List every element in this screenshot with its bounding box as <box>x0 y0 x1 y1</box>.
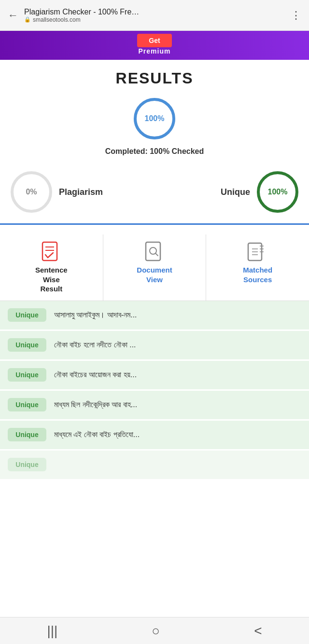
nav-home-button[interactable]: ○ <box>137 619 174 643</box>
plagiarism-percent: 0% <box>26 188 37 196</box>
results-section: RESULTS 100% Completed: 100% Checked <box>0 60 309 170</box>
result-badge: Unique <box>8 368 46 382</box>
document-compare-icon <box>247 241 268 265</box>
svg-rect-6 <box>42 242 57 260</box>
lock-icon: 🔒 <box>24 16 31 23</box>
svg-line-11 <box>155 253 158 256</box>
browser-title: Plagiarism Checker - 100% Fre… <box>24 8 285 16</box>
tab-document-view-label: DocumentView <box>137 265 172 284</box>
browser-bar: ← Plagiarism Checker - 100% Fre… 🔒 small… <box>0 0 309 31</box>
nav-back-button[interactable]: < <box>239 619 276 643</box>
tab-matched-sources-label: MatchedSources <box>243 265 272 284</box>
stats-row: 0% Plagiarism Unique 100% <box>0 170 309 214</box>
result-badge: Unique <box>8 398 46 411</box>
result-row[interactable]: Unique <box>0 451 309 480</box>
browser-url: 🔒 smallseotools.com <box>24 16 285 23</box>
browser-menu-button[interactable]: ⋮ <box>291 9 301 22</box>
progress-percent: 100% <box>145 114 165 123</box>
browser-title-area: Plagiarism Checker - 100% Fre… 🔒 smallse… <box>24 8 285 23</box>
result-row[interactable]: Unique মাধ্যম ছিল নদীকেন্দ্রিক আর বাহ... <box>0 391 309 421</box>
result-badge: Unique <box>8 338 46 352</box>
unique-percent: 100% <box>268 188 288 196</box>
premium-banner: Get Premium <box>0 31 309 60</box>
unique-circle: 100% <box>256 170 299 214</box>
completed-text: Completed: 100% Checked <box>10 147 299 156</box>
tab-sentence-wise-label: SentenceWiseResult <box>35 265 68 294</box>
get-premium-button[interactable]: Get <box>137 34 171 47</box>
plagiarism-circle: 0% <box>10 170 53 214</box>
result-badge: Unique <box>8 308 46 322</box>
result-text: আসালামু আলাইকুম। আদাব-নম... <box>54 311 301 319</box>
result-badge: Unique <box>8 428 46 441</box>
result-row[interactable]: Unique মাধ্যমে এই নৌকা বাইচ প্রতিযো... <box>0 421 309 451</box>
results-title: RESULTS <box>10 69 299 87</box>
result-text: নৌকা বাইচ হলো নদীতে নৌকা ... <box>54 341 301 349</box>
result-row[interactable]: Unique নৌকা বাইচ হলো নদীতে নৌকা ... <box>0 331 309 361</box>
progress-circle-container: 100% <box>10 97 299 140</box>
document-check-icon <box>41 241 62 265</box>
progress-circle: 100% <box>133 97 176 140</box>
bottom-nav: ||| ○ < <box>0 617 309 644</box>
tab-document-view[interactable]: DocumentView <box>103 234 207 301</box>
result-row[interactable]: Unique নৌকা বাইচের আয়োজন করা হয়... <box>0 361 309 391</box>
unique-label: Unique <box>221 187 250 197</box>
nav-menu-button[interactable]: ||| <box>32 619 72 643</box>
result-text: নৌকা বাইচের আয়োজন করা হয়... <box>54 370 301 379</box>
svg-rect-9 <box>146 242 160 260</box>
results-list: Unique আসালামু আলাইকুম। আদাব-নম... Uniqu… <box>0 301 309 480</box>
tab-sentence-wise[interactable]: SentenceWiseResult <box>0 234 103 301</box>
result-text: মাধ্যম ছিল নদীকেন্দ্রিক আর বাহ... <box>54 400 301 409</box>
browser-back-button[interactable]: ← <box>8 9 18 22</box>
document-search-icon <box>144 241 165 265</box>
result-badge: Unique <box>8 458 46 471</box>
blue-divider <box>0 223 309 225</box>
premium-label: Premium <box>0 47 309 55</box>
unique-stat: Unique 100% <box>221 170 299 214</box>
tab-matched-sources[interactable]: MatchedSources <box>206 234 309 301</box>
result-text: মাধ্যমে এই নৌকা বাইচ প্রতিযো... <box>54 430 301 439</box>
plagiarism-stat: 0% Plagiarism <box>10 170 103 214</box>
tabs-section: SentenceWiseResult DocumentView MatchedS… <box>0 234 309 301</box>
result-row[interactable]: Unique আসালামু আলাইকুম। আদাব-নম... <box>0 301 309 331</box>
plagiarism-label: Plagiarism <box>59 187 103 197</box>
